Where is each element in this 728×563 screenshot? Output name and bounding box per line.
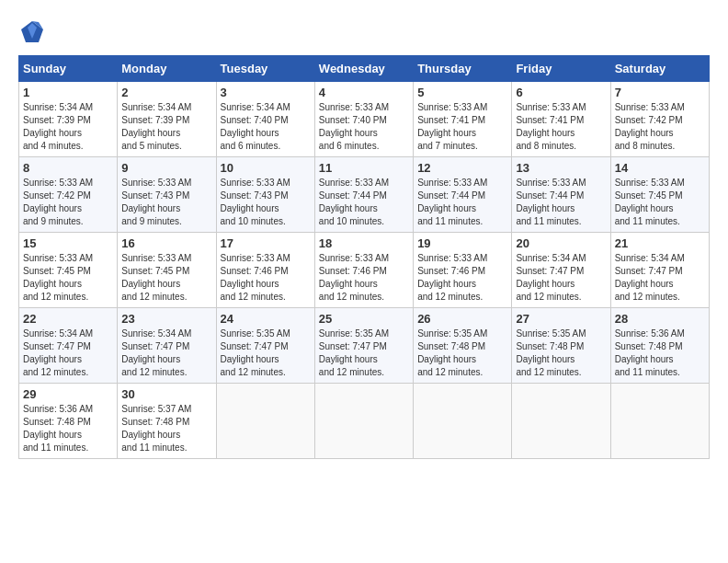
calendar-cell: 28 Sunrise: 5:36 AM Sunset: 7:48 PM Dayl… (610, 308, 709, 384)
calendar-cell: 30 Sunrise: 5:37 AM Sunset: 7:48 PM Dayl… (118, 384, 216, 459)
calendar-cell: 22 Sunrise: 5:34 AM Sunset: 7:47 PM Dayl… (19, 308, 118, 384)
day-number: 8 (23, 161, 113, 175)
day-info: Sunrise: 5:33 AM Sunset: 7:46 PM Dayligh… (417, 252, 507, 304)
calendar-cell: 12 Sunrise: 5:33 AM Sunset: 7:44 PM Dayl… (414, 157, 512, 233)
day-number: 29 (23, 387, 113, 401)
day-info: Sunrise: 5:33 AM Sunset: 7:41 PM Dayligh… (417, 101, 507, 153)
day-number: 23 (121, 312, 211, 326)
day-number: 13 (516, 161, 606, 175)
day-info: Sunrise: 5:33 AM Sunset: 7:45 PM Dayligh… (615, 177, 705, 228)
calendar-cell: 24 Sunrise: 5:35 AM Sunset: 7:47 PM Dayl… (216, 308, 314, 384)
calendar-table: SundayMondayTuesdayWednesdayThursdayFrid… (18, 55, 710, 459)
day-info: Sunrise: 5:36 AM Sunset: 7:48 PM Dayligh… (615, 327, 705, 379)
day-number: 24 (221, 312, 311, 326)
calendar-cell: 27 Sunrise: 5:35 AM Sunset: 7:48 PM Dayl… (512, 308, 610, 384)
calendar-cell: 29 Sunrise: 5:36 AM Sunset: 7:48 PM Dayl… (19, 384, 118, 459)
calendar-cell (314, 384, 413, 459)
day-info: Sunrise: 5:33 AM Sunset: 7:41 PM Dayligh… (516, 101, 606, 153)
header-monday: Monday (118, 56, 216, 82)
calendar-cell: 23 Sunrise: 5:34 AM Sunset: 7:47 PM Dayl… (118, 308, 216, 384)
day-info: Sunrise: 5:35 AM Sunset: 7:47 PM Dayligh… (221, 327, 311, 379)
day-info: Sunrise: 5:34 AM Sunset: 7:47 PM Dayligh… (23, 327, 113, 379)
day-info: Sunrise: 5:33 AM Sunset: 7:43 PM Dayligh… (121, 177, 211, 228)
day-number: 14 (615, 161, 705, 175)
calendar-cell (512, 384, 610, 459)
day-info: Sunrise: 5:34 AM Sunset: 7:47 PM Dayligh… (516, 252, 606, 304)
day-number: 2 (121, 86, 211, 99)
day-info: Sunrise: 5:33 AM Sunset: 7:44 PM Dayligh… (319, 177, 409, 228)
day-info: Sunrise: 5:33 AM Sunset: 7:42 PM Dayligh… (615, 101, 705, 153)
day-number: 15 (23, 236, 113, 250)
day-info: Sunrise: 5:34 AM Sunset: 7:47 PM Dayligh… (615, 252, 705, 304)
calendar-cell: 20 Sunrise: 5:34 AM Sunset: 7:47 PM Dayl… (512, 233, 610, 308)
day-number: 22 (23, 312, 113, 326)
day-info: Sunrise: 5:33 AM Sunset: 7:40 PM Dayligh… (319, 101, 409, 153)
day-info: Sunrise: 5:34 AM Sunset: 7:39 PM Dayligh… (23, 101, 113, 153)
day-info: Sunrise: 5:36 AM Sunset: 7:48 PM Dayligh… (23, 403, 113, 454)
day-number: 27 (516, 312, 606, 326)
day-info: Sunrise: 5:33 AM Sunset: 7:44 PM Dayligh… (516, 177, 606, 228)
logo-icon (18, 18, 46, 46)
day-info: Sunrise: 5:33 AM Sunset: 7:45 PM Dayligh… (121, 252, 211, 304)
calendar-cell: 11 Sunrise: 5:33 AM Sunset: 7:44 PM Dayl… (314, 157, 413, 233)
day-number: 11 (319, 161, 409, 175)
calendar-cell: 15 Sunrise: 5:33 AM Sunset: 7:45 PM Dayl… (19, 233, 118, 308)
day-info: Sunrise: 5:35 AM Sunset: 7:47 PM Dayligh… (319, 327, 409, 379)
day-info: Sunrise: 5:35 AM Sunset: 7:48 PM Dayligh… (417, 327, 507, 379)
calendar-cell: 1 Sunrise: 5:34 AM Sunset: 7:39 PM Dayli… (19, 82, 118, 157)
header-tuesday: Tuesday (216, 56, 314, 82)
day-info: Sunrise: 5:33 AM Sunset: 7:42 PM Dayligh… (23, 177, 113, 228)
day-number: 5 (417, 86, 507, 99)
calendar-week-4: 22 Sunrise: 5:34 AM Sunset: 7:47 PM Dayl… (19, 308, 710, 384)
calendar-cell: 8 Sunrise: 5:33 AM Sunset: 7:42 PM Dayli… (19, 157, 118, 233)
day-number: 21 (615, 236, 705, 250)
day-number: 1 (23, 86, 113, 99)
day-info: Sunrise: 5:34 AM Sunset: 7:40 PM Dayligh… (221, 101, 311, 153)
day-number: 17 (221, 236, 311, 250)
calendar-week-1: 1 Sunrise: 5:34 AM Sunset: 7:39 PM Dayli… (19, 82, 710, 157)
day-info: Sunrise: 5:33 AM Sunset: 7:44 PM Dayligh… (417, 177, 507, 228)
calendar-cell: 14 Sunrise: 5:33 AM Sunset: 7:45 PM Dayl… (610, 157, 709, 233)
day-number: 26 (417, 312, 507, 326)
calendar-cell: 6 Sunrise: 5:33 AM Sunset: 7:41 PM Dayli… (512, 82, 610, 157)
calendar-cell (216, 384, 314, 459)
day-number: 19 (417, 236, 507, 250)
day-number: 3 (221, 86, 311, 99)
day-number: 25 (319, 312, 409, 326)
calendar-cell: 9 Sunrise: 5:33 AM Sunset: 7:43 PM Dayli… (118, 157, 216, 233)
day-number: 28 (615, 312, 705, 326)
day-info: Sunrise: 5:35 AM Sunset: 7:48 PM Dayligh… (516, 327, 606, 379)
day-number: 30 (121, 387, 211, 401)
calendar-cell: 4 Sunrise: 5:33 AM Sunset: 7:40 PM Dayli… (314, 82, 413, 157)
calendar-cell: 10 Sunrise: 5:33 AM Sunset: 7:43 PM Dayl… (216, 157, 314, 233)
header-sunday: Sunday (19, 56, 118, 82)
day-info: Sunrise: 5:33 AM Sunset: 7:46 PM Dayligh… (319, 252, 409, 304)
day-number: 10 (221, 161, 311, 175)
header-thursday: Thursday (414, 56, 512, 82)
page-header (18, 18, 710, 46)
day-info: Sunrise: 5:33 AM Sunset: 7:45 PM Dayligh… (23, 252, 113, 304)
calendar-cell: 16 Sunrise: 5:33 AM Sunset: 7:45 PM Dayl… (118, 233, 216, 308)
day-number: 16 (121, 236, 211, 250)
header-friday: Friday (512, 56, 610, 82)
calendar-cell: 17 Sunrise: 5:33 AM Sunset: 7:46 PM Dayl… (216, 233, 314, 308)
day-info: Sunrise: 5:33 AM Sunset: 7:43 PM Dayligh… (221, 177, 311, 228)
day-number: 4 (319, 86, 409, 99)
calendar-cell (414, 384, 512, 459)
calendar-cell: 25 Sunrise: 5:35 AM Sunset: 7:47 PM Dayl… (314, 308, 413, 384)
calendar-cell: 5 Sunrise: 5:33 AM Sunset: 7:41 PM Dayli… (414, 82, 512, 157)
calendar-week-3: 15 Sunrise: 5:33 AM Sunset: 7:45 PM Dayl… (19, 233, 710, 308)
calendar-cell: 3 Sunrise: 5:34 AM Sunset: 7:40 PM Dayli… (216, 82, 314, 157)
calendar-cell: 26 Sunrise: 5:35 AM Sunset: 7:48 PM Dayl… (414, 308, 512, 384)
day-number: 6 (516, 86, 606, 99)
calendar-week-2: 8 Sunrise: 5:33 AM Sunset: 7:42 PM Dayli… (19, 157, 710, 233)
day-info: Sunrise: 5:34 AM Sunset: 7:39 PM Dayligh… (121, 101, 211, 153)
calendar-cell: 21 Sunrise: 5:34 AM Sunset: 7:47 PM Dayl… (610, 233, 709, 308)
day-info: Sunrise: 5:34 AM Sunset: 7:47 PM Dayligh… (121, 327, 211, 379)
calendar-cell: 13 Sunrise: 5:33 AM Sunset: 7:44 PM Dayl… (512, 157, 610, 233)
day-number: 9 (121, 161, 211, 175)
calendar-header-row: SundayMondayTuesdayWednesdayThursdayFrid… (19, 56, 710, 82)
calendar-cell (610, 384, 709, 459)
header-saturday: Saturday (610, 56, 709, 82)
day-info: Sunrise: 5:33 AM Sunset: 7:46 PM Dayligh… (221, 252, 311, 304)
